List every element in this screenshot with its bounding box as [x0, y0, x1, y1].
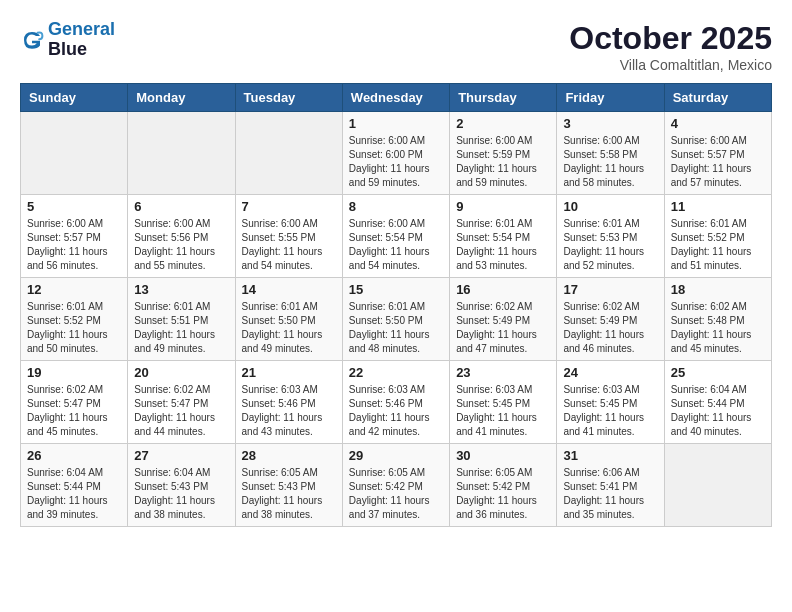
day-number: 20	[134, 365, 228, 380]
calendar-cell: 8Sunrise: 6:00 AM Sunset: 5:54 PM Daylig…	[342, 195, 449, 278]
calendar-cell: 31Sunrise: 6:06 AM Sunset: 5:41 PM Dayli…	[557, 444, 664, 527]
day-info: Sunrise: 6:01 AM Sunset: 5:54 PM Dayligh…	[456, 217, 550, 273]
calendar-header: SundayMondayTuesdayWednesdayThursdayFrid…	[21, 84, 772, 112]
day-info: Sunrise: 6:04 AM Sunset: 5:43 PM Dayligh…	[134, 466, 228, 522]
calendar-cell: 3Sunrise: 6:00 AM Sunset: 5:58 PM Daylig…	[557, 112, 664, 195]
calendar-week-2: 12Sunrise: 6:01 AM Sunset: 5:52 PM Dayli…	[21, 278, 772, 361]
logo-text: General Blue	[48, 20, 115, 60]
day-info: Sunrise: 6:02 AM Sunset: 5:47 PM Dayligh…	[27, 383, 121, 439]
day-number: 4	[671, 116, 765, 131]
day-info: Sunrise: 6:01 AM Sunset: 5:50 PM Dayligh…	[242, 300, 336, 356]
weekday-header-thursday: Thursday	[450, 84, 557, 112]
weekday-header-row: SundayMondayTuesdayWednesdayThursdayFrid…	[21, 84, 772, 112]
calendar-cell: 18Sunrise: 6:02 AM Sunset: 5:48 PM Dayli…	[664, 278, 771, 361]
day-info: Sunrise: 6:05 AM Sunset: 5:42 PM Dayligh…	[349, 466, 443, 522]
calendar-cell	[21, 112, 128, 195]
day-info: Sunrise: 6:05 AM Sunset: 5:43 PM Dayligh…	[242, 466, 336, 522]
day-info: Sunrise: 6:00 AM Sunset: 5:55 PM Dayligh…	[242, 217, 336, 273]
day-number: 29	[349, 448, 443, 463]
calendar-cell: 27Sunrise: 6:04 AM Sunset: 5:43 PM Dayli…	[128, 444, 235, 527]
calendar-cell: 16Sunrise: 6:02 AM Sunset: 5:49 PM Dayli…	[450, 278, 557, 361]
day-number: 21	[242, 365, 336, 380]
calendar-cell: 21Sunrise: 6:03 AM Sunset: 5:46 PM Dayli…	[235, 361, 342, 444]
day-number: 25	[671, 365, 765, 380]
calendar-cell: 22Sunrise: 6:03 AM Sunset: 5:46 PM Dayli…	[342, 361, 449, 444]
weekday-header-wednesday: Wednesday	[342, 84, 449, 112]
day-number: 23	[456, 365, 550, 380]
page-header: General Blue October 2025 Villa Comaltit…	[20, 20, 772, 73]
day-info: Sunrise: 6:00 AM Sunset: 6:00 PM Dayligh…	[349, 134, 443, 190]
calendar-cell: 20Sunrise: 6:02 AM Sunset: 5:47 PM Dayli…	[128, 361, 235, 444]
calendar-cell	[664, 444, 771, 527]
day-number: 3	[563, 116, 657, 131]
calendar-cell: 12Sunrise: 6:01 AM Sunset: 5:52 PM Dayli…	[21, 278, 128, 361]
day-number: 5	[27, 199, 121, 214]
day-info: Sunrise: 6:00 AM Sunset: 5:57 PM Dayligh…	[671, 134, 765, 190]
day-number: 27	[134, 448, 228, 463]
day-number: 11	[671, 199, 765, 214]
day-info: Sunrise: 6:00 AM Sunset: 5:58 PM Dayligh…	[563, 134, 657, 190]
calendar-week-4: 26Sunrise: 6:04 AM Sunset: 5:44 PM Dayli…	[21, 444, 772, 527]
logo-icon	[20, 28, 44, 52]
day-number: 24	[563, 365, 657, 380]
day-number: 1	[349, 116, 443, 131]
day-info: Sunrise: 6:01 AM Sunset: 5:52 PM Dayligh…	[671, 217, 765, 273]
day-info: Sunrise: 6:00 AM Sunset: 5:54 PM Dayligh…	[349, 217, 443, 273]
day-number: 28	[242, 448, 336, 463]
weekday-header-saturday: Saturday	[664, 84, 771, 112]
calendar-cell: 11Sunrise: 6:01 AM Sunset: 5:52 PM Dayli…	[664, 195, 771, 278]
month-title: October 2025	[569, 20, 772, 57]
day-info: Sunrise: 6:03 AM Sunset: 5:45 PM Dayligh…	[456, 383, 550, 439]
day-info: Sunrise: 6:00 AM Sunset: 5:57 PM Dayligh…	[27, 217, 121, 273]
day-number: 22	[349, 365, 443, 380]
day-info: Sunrise: 6:03 AM Sunset: 5:45 PM Dayligh…	[563, 383, 657, 439]
title-block: October 2025 Villa Comaltitlan, Mexico	[569, 20, 772, 73]
day-number: 6	[134, 199, 228, 214]
calendar-cell: 14Sunrise: 6:01 AM Sunset: 5:50 PM Dayli…	[235, 278, 342, 361]
calendar-cell: 17Sunrise: 6:02 AM Sunset: 5:49 PM Dayli…	[557, 278, 664, 361]
calendar-cell: 25Sunrise: 6:04 AM Sunset: 5:44 PM Dayli…	[664, 361, 771, 444]
day-info: Sunrise: 6:02 AM Sunset: 5:47 PM Dayligh…	[134, 383, 228, 439]
calendar-week-3: 19Sunrise: 6:02 AM Sunset: 5:47 PM Dayli…	[21, 361, 772, 444]
calendar-cell: 4Sunrise: 6:00 AM Sunset: 5:57 PM Daylig…	[664, 112, 771, 195]
day-info: Sunrise: 6:04 AM Sunset: 5:44 PM Dayligh…	[27, 466, 121, 522]
day-number: 16	[456, 282, 550, 297]
day-number: 26	[27, 448, 121, 463]
calendar-table: SundayMondayTuesdayWednesdayThursdayFrid…	[20, 83, 772, 527]
calendar-cell: 5Sunrise: 6:00 AM Sunset: 5:57 PM Daylig…	[21, 195, 128, 278]
calendar-cell: 7Sunrise: 6:00 AM Sunset: 5:55 PM Daylig…	[235, 195, 342, 278]
calendar-cell: 28Sunrise: 6:05 AM Sunset: 5:43 PM Dayli…	[235, 444, 342, 527]
logo-line1: General	[48, 19, 115, 39]
day-info: Sunrise: 6:02 AM Sunset: 5:48 PM Dayligh…	[671, 300, 765, 356]
day-number: 13	[134, 282, 228, 297]
calendar-cell: 6Sunrise: 6:00 AM Sunset: 5:56 PM Daylig…	[128, 195, 235, 278]
calendar-week-1: 5Sunrise: 6:00 AM Sunset: 5:57 PM Daylig…	[21, 195, 772, 278]
day-info: Sunrise: 6:05 AM Sunset: 5:42 PM Dayligh…	[456, 466, 550, 522]
calendar-cell: 26Sunrise: 6:04 AM Sunset: 5:44 PM Dayli…	[21, 444, 128, 527]
weekday-header-tuesday: Tuesday	[235, 84, 342, 112]
calendar-cell: 15Sunrise: 6:01 AM Sunset: 5:50 PM Dayli…	[342, 278, 449, 361]
calendar-cell	[235, 112, 342, 195]
logo: General Blue	[20, 20, 115, 60]
day-number: 10	[563, 199, 657, 214]
day-info: Sunrise: 6:06 AM Sunset: 5:41 PM Dayligh…	[563, 466, 657, 522]
calendar-week-0: 1Sunrise: 6:00 AM Sunset: 6:00 PM Daylig…	[21, 112, 772, 195]
logo-line2: Blue	[48, 40, 115, 60]
calendar-cell: 19Sunrise: 6:02 AM Sunset: 5:47 PM Dayli…	[21, 361, 128, 444]
day-info: Sunrise: 6:01 AM Sunset: 5:51 PM Dayligh…	[134, 300, 228, 356]
weekday-header-monday: Monday	[128, 84, 235, 112]
day-info: Sunrise: 6:01 AM Sunset: 5:50 PM Dayligh…	[349, 300, 443, 356]
day-number: 17	[563, 282, 657, 297]
calendar-cell: 13Sunrise: 6:01 AM Sunset: 5:51 PM Dayli…	[128, 278, 235, 361]
calendar-cell: 1Sunrise: 6:00 AM Sunset: 6:00 PM Daylig…	[342, 112, 449, 195]
day-info: Sunrise: 6:01 AM Sunset: 5:52 PM Dayligh…	[27, 300, 121, 356]
day-number: 7	[242, 199, 336, 214]
day-number: 14	[242, 282, 336, 297]
day-info: Sunrise: 6:02 AM Sunset: 5:49 PM Dayligh…	[456, 300, 550, 356]
day-info: Sunrise: 6:01 AM Sunset: 5:53 PM Dayligh…	[563, 217, 657, 273]
calendar-cell: 30Sunrise: 6:05 AM Sunset: 5:42 PM Dayli…	[450, 444, 557, 527]
day-number: 18	[671, 282, 765, 297]
location: Villa Comaltitlan, Mexico	[569, 57, 772, 73]
day-number: 31	[563, 448, 657, 463]
weekday-header-friday: Friday	[557, 84, 664, 112]
